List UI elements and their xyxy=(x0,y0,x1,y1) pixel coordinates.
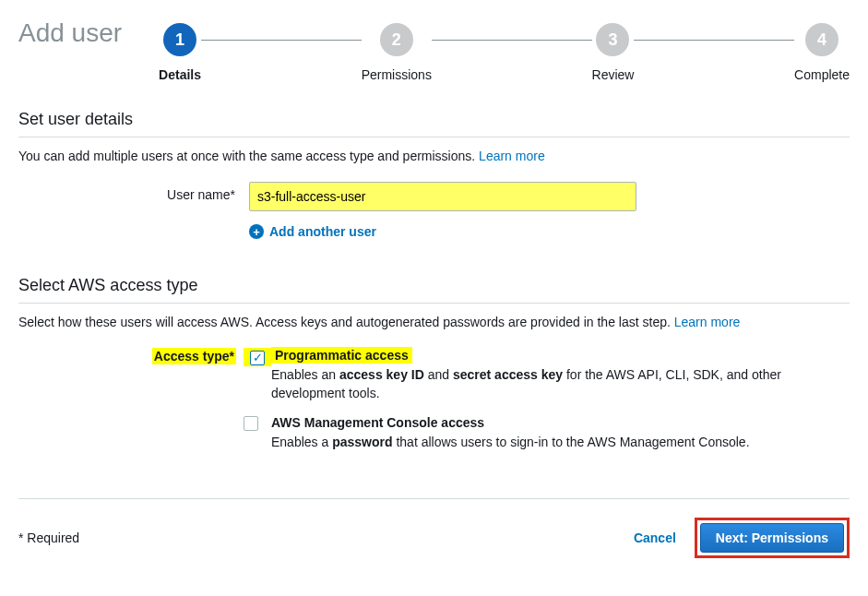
desc-text: You can add multiple users at once with … xyxy=(18,149,475,163)
step-label: Complete xyxy=(794,67,850,82)
desc-text: Select how these users will access AWS. … xyxy=(18,315,671,329)
step-number: 2 xyxy=(380,23,413,56)
next-permissions-button[interactable]: Next: Permissions xyxy=(700,523,844,553)
user-name-label: User name* xyxy=(18,182,249,211)
cancel-button[interactable]: Cancel xyxy=(634,530,676,545)
add-another-user-button[interactable]: + Add another user xyxy=(249,224,376,239)
step-connector xyxy=(201,40,362,41)
desc-text: Enables an xyxy=(271,367,339,382)
desc-text: that allows users to sign-in to the AWS … xyxy=(393,435,750,449)
step-label: Permissions xyxy=(362,67,432,82)
step-details: 1 Details xyxy=(159,23,201,82)
step-number: 3 xyxy=(596,23,629,56)
desc-text: Enables a xyxy=(271,435,332,449)
step-connector xyxy=(634,40,794,41)
step-permissions: 2 Permissions xyxy=(362,23,432,82)
programmatic-access-desc: Enables an access key ID and secret acce… xyxy=(271,366,825,402)
wizard-stepper: 1 Details 2 Permissions 3 Review 4 Compl… xyxy=(159,18,850,82)
step-review: 3 Review xyxy=(592,23,635,82)
desc-bold: access key ID xyxy=(339,367,424,382)
section-desc-user-details: You can add multiple users at once with … xyxy=(18,149,850,163)
learn-more-link[interactable]: Learn more xyxy=(674,315,741,329)
step-label: Details xyxy=(159,67,201,82)
section-title-user-details: Set user details xyxy=(18,110,850,129)
step-number: 4 xyxy=(805,23,838,56)
section-desc-access-type: Select how these users will access AWS. … xyxy=(18,315,850,329)
step-complete: 4 Complete xyxy=(794,23,850,82)
divider xyxy=(18,137,850,137)
console-access-desc: Enables a password that allows users to … xyxy=(271,434,825,452)
programmatic-access-title: Programmatic access xyxy=(271,347,412,364)
step-number: 1 xyxy=(163,23,196,56)
next-button-highlight: Next: Permissions xyxy=(695,518,850,558)
learn-more-link[interactable]: Learn more xyxy=(479,149,545,163)
step-connector xyxy=(432,40,592,41)
section-title-access-type: Select AWS access type xyxy=(18,276,850,295)
page-title: Add user xyxy=(18,18,122,48)
console-access-title: AWS Management Console access xyxy=(271,415,484,430)
user-name-input[interactable] xyxy=(249,182,636,211)
desc-bold: password xyxy=(332,435,392,449)
programmatic-access-checkbox[interactable]: ✓ xyxy=(250,351,265,365)
check-icon: ✓ xyxy=(253,352,263,364)
access-type-label: Access type* xyxy=(152,348,236,364)
step-label: Review xyxy=(592,67,635,82)
add-another-label: Add another user xyxy=(269,224,376,239)
required-note: * Required xyxy=(18,530,634,545)
console-access-checkbox[interactable] xyxy=(244,416,258,431)
desc-bold: secret access key xyxy=(453,367,563,382)
plus-circle-icon: + xyxy=(249,224,264,239)
divider xyxy=(18,303,850,304)
desc-text: and xyxy=(424,367,453,382)
